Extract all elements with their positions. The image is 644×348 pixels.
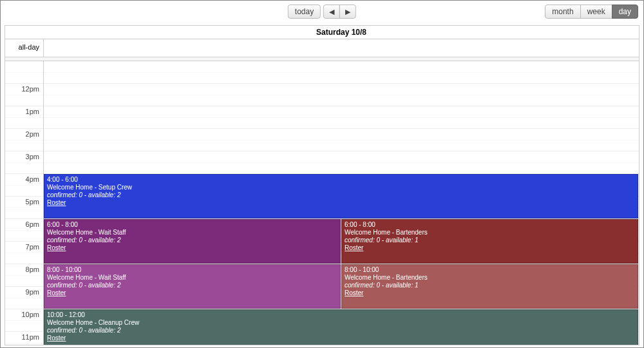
- event-setup[interactable]: 4:00 - 6:00Welcome Home - Setup Crewconf…: [44, 174, 638, 218]
- view-month-button[interactable]: month: [545, 5, 580, 19]
- hour-slot[interactable]: [44, 106, 639, 129]
- allday-row: all-day: [5, 39, 639, 57]
- event-time: 4:00 - 6:00: [47, 176, 635, 184]
- event-wait-1[interactable]: 6:00 - 8:00Welcome Home - Wait Staffconf…: [44, 219, 341, 264]
- event-title: Welcome Home - Bartenders: [345, 229, 635, 237]
- hour-gutter: 12pm1pm2pm3pm4pm5pm6pm7pm8pm9pm10pm11pm: [5, 61, 44, 345]
- nav-buttons: ◀ ▶: [323, 5, 356, 19]
- calendar-header: Saturday 10/8: [5, 26, 639, 39]
- hour-label: 4pm: [5, 174, 43, 197]
- event-cleanup[interactable]: 10:00 - 12:00Welcome Home - Cleanup Crew…: [44, 309, 638, 345]
- hour-label: 8pm: [5, 264, 43, 287]
- event-wait-2[interactable]: 8:00 - 10:00Welcome Home - Wait Staffcon…: [44, 264, 341, 309]
- event-roster-link[interactable]: Roster: [47, 334, 66, 342]
- event-subtitle: confirmed: 0 - available: 1: [345, 282, 635, 289]
- event-time: 6:00 - 8:00: [345, 221, 635, 229]
- hour-label: 7pm: [5, 242, 43, 264]
- event-time: 6:00 - 8:00: [47, 221, 337, 229]
- calendar-toolbar: today ◀ ▶ month week day: [5, 3, 639, 23]
- view-week-button[interactable]: week: [580, 5, 612, 19]
- event-subtitle: confirmed: 0 - available: 2: [47, 282, 337, 289]
- next-button[interactable]: ▶: [339, 5, 356, 19]
- day-column[interactable]: 4:00 - 6:00Welcome Home - Setup Crewconf…: [44, 61, 639, 345]
- chevron-right-icon: ▶: [345, 8, 350, 15]
- today-button[interactable]: today: [288, 5, 321, 19]
- event-roster-link[interactable]: Roster: [345, 289, 363, 296]
- hour-label: 6pm: [5, 219, 43, 242]
- date-title: Saturday 10/8: [44, 26, 639, 39]
- event-subtitle: confirmed: 0 - available: 1: [345, 237, 635, 244]
- hour-label: 5pm: [5, 197, 43, 219]
- hour-label: [5, 61, 43, 84]
- event-title: Welcome Home - Cleanup Crew: [47, 319, 635, 327]
- event-roster-link[interactable]: Roster: [47, 199, 66, 206]
- hour-label: 9pm: [5, 287, 43, 309]
- allday-cell[interactable]: [44, 39, 639, 57]
- hour-label: 12pm: [5, 84, 43, 106]
- hour-slot[interactable]: [44, 129, 639, 151]
- hour-label: 1pm: [5, 106, 43, 129]
- event-title: Welcome Home - Setup Crew: [47, 184, 635, 191]
- event-subtitle: confirmed: 0 - available: 2: [47, 237, 337, 244]
- hour-slot[interactable]: [44, 61, 639, 84]
- event-time: 10:00 - 12:00: [47, 311, 635, 319]
- event-roster-link[interactable]: Roster: [47, 289, 66, 296]
- hour-label: 11pm: [5, 332, 43, 345]
- hour-slot[interactable]: [44, 151, 639, 174]
- event-time: 8:00 - 10:00: [47, 266, 337, 274]
- view-day-button[interactable]: day: [612, 5, 638, 19]
- allday-label: all-day: [5, 39, 44, 57]
- event-title: Welcome Home - Wait Staff: [47, 229, 337, 237]
- event-subtitle: confirmed: 0 - available: 2: [47, 191, 635, 199]
- hour-label: 3pm: [5, 151, 43, 174]
- event-title: Welcome Home - Wait Staff: [47, 274, 337, 282]
- calendar: Saturday 10/8 all-day 12pm1pm2pm3pm4pm5p…: [5, 25, 639, 345]
- event-time: 8:00 - 10:00: [345, 266, 635, 274]
- chevron-left-icon: ◀: [329, 8, 334, 15]
- view-switcher: month week day: [545, 5, 638, 19]
- hour-slot[interactable]: [44, 84, 639, 106]
- hour-label: 2pm: [5, 129, 43, 151]
- event-subtitle: confirmed: 0 - available: 2: [47, 327, 635, 334]
- time-grid: 12pm1pm2pm3pm4pm5pm6pm7pm8pm9pm10pm11pm …: [5, 61, 639, 345]
- event-bar-2[interactable]: 8:00 - 10:00Welcome Home - Bartenderscon…: [341, 264, 638, 309]
- event-title: Welcome Home - Bartenders: [345, 274, 635, 282]
- event-roster-link[interactable]: Roster: [345, 244, 363, 251]
- event-bar-1[interactable]: 6:00 - 8:00Welcome Home - Bartendersconf…: [341, 219, 638, 264]
- prev-button[interactable]: ◀: [323, 5, 340, 19]
- event-roster-link[interactable]: Roster: [47, 244, 66, 251]
- hour-label: 10pm: [5, 309, 43, 332]
